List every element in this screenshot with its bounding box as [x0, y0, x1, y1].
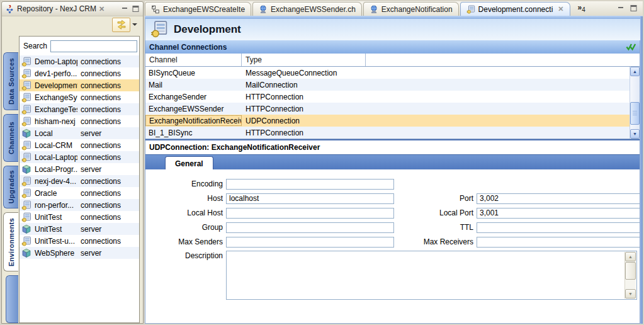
field-ttl[interactable] — [477, 222, 640, 233]
tree-item[interactable]: Local-Progr...server — [20, 163, 139, 175]
tree-item[interactable]: ron-perfor...connections — [20, 199, 139, 211]
tree-item-type: server — [81, 249, 101, 258]
description-scrollbar[interactable]: ▲ ▼ — [624, 252, 636, 299]
tree-item-name: hisham-nexj — [35, 117, 77, 126]
tab-close-icon[interactable]: ✕ — [558, 5, 563, 13]
field-local-port[interactable] — [477, 208, 640, 219]
editor-tab[interactable]: Development.connecti✕ — [460, 2, 570, 16]
server-icon — [21, 128, 31, 139]
tree-item[interactable]: nexj-dev-4...connections — [20, 175, 139, 187]
scrollbar-thumb[interactable] — [625, 262, 636, 280]
tree-item[interactable]: Local-CRMconnections — [20, 139, 139, 151]
scrollbar-thumb[interactable] — [630, 102, 640, 125]
field-group[interactable] — [226, 222, 394, 233]
scroll-down-icon[interactable]: ▼ — [625, 289, 636, 299]
sidebar-tab-upgrades[interactable]: Upgrades — [3, 166, 18, 208]
sidebar-tab-label: Channels — [8, 122, 15, 154]
field-encoding[interactable] — [226, 179, 394, 190]
column-header-type[interactable]: Type — [242, 54, 366, 66]
search-row: Search — [20, 37, 139, 54]
sidebar-tab-channels[interactable]: Channels — [3, 114, 18, 162]
panel-maximize-icon[interactable] — [132, 6, 140, 13]
tree-item[interactable]: ExchangeSyncconnections — [20, 91, 139, 103]
table-row[interactable]: ExchangeSenderHTTPConnection — [145, 91, 640, 103]
form-row: Local Port — [404, 207, 640, 219]
editor-tab[interactable]: ExchangeEWSSender.ch — [252, 2, 362, 16]
field-max-senders[interactable] — [226, 237, 394, 248]
tree-item-name: UnitTest-u... — [35, 237, 77, 246]
field-label-max-senders: Max Senders — [145, 237, 226, 246]
description-field[interactable] — [226, 251, 637, 300]
table-scrollbar[interactable]: ▲ ▼ — [630, 67, 640, 139]
scroll-down-icon[interactable]: ▼ — [630, 129, 640, 139]
form-row: TTL — [404, 222, 640, 233]
metadata-icon — [151, 5, 160, 14]
tree-item-name: dev1-perfo... — [35, 69, 77, 78]
table-body: BISyncQueueMessageQueueConnectionMailMai… — [145, 67, 640, 139]
tree-item[interactable]: ExchangeTestconnections — [20, 103, 139, 115]
description-label: Description — [145, 251, 226, 260]
search-label: Search — [23, 42, 47, 50]
editor-tab-label: Development.connecti — [478, 5, 553, 14]
server-icon — [21, 248, 31, 258]
sync-swap-icon[interactable] — [112, 18, 130, 32]
tree-item[interactable]: UnitTestserver — [20, 223, 139, 235]
detail-tab-bar: General — [145, 154, 640, 169]
search-input[interactable] — [50, 40, 137, 52]
table-row[interactable]: ExchangeNotificationReceiverUDPConnectio… — [145, 115, 640, 127]
tree-item[interactable]: dev1-perfo...connections — [20, 67, 139, 79]
table-row[interactable]: ExchangeEWSSenderHTTPConnection — [145, 103, 640, 115]
repository-panel-titlebar[interactable]: Repository - NexJ CRM ✕ — [2, 2, 143, 16]
cell-channel: ExchangeNotificationReceiver — [145, 115, 242, 126]
column-header-channel[interactable]: Channel — [145, 54, 242, 66]
chevron-down-icon[interactable] — [132, 23, 137, 26]
table-row[interactable]: MailMailConnection — [145, 79, 640, 91]
table-row[interactable]: BI_1_BISyncHTTPConnection — [145, 127, 640, 139]
tree-item-name: ron-perfor... — [35, 201, 77, 210]
tree-item[interactable]: Oracleconnections — [20, 187, 139, 199]
tree-item[interactable]: Developmentconnections — [20, 79, 139, 91]
tree-item-name: nexj-dev-4... — [35, 177, 77, 186]
field-port[interactable] — [477, 193, 640, 204]
sidebar-tab-environments[interactable]: Environments — [3, 212, 18, 271]
form-row: Max Senders — [145, 236, 394, 248]
tree-item[interactable]: hisham-nexjconnections — [20, 115, 139, 127]
tree-item-name: UnitTest — [35, 225, 77, 234]
tree-item[interactable]: Local-Laptopconnections — [20, 151, 139, 163]
form-row: Host — [145, 193, 394, 204]
tab-overflow-indicator[interactable]: »4 — [578, 3, 585, 13]
tree-item-type: connections — [81, 69, 121, 78]
sidebar-tab-label: Upgrades — [8, 170, 15, 203]
field-max-receivers[interactable] — [477, 237, 640, 248]
tree-item[interactable]: Demo-Laptopconnections — [20, 55, 139, 67]
column-header-empty[interactable] — [366, 54, 630, 66]
table-row[interactable]: BISyncQueueMessageQueueConnection — [145, 67, 640, 79]
sidebar-tab-data-sources[interactable]: Data Sources — [3, 52, 18, 110]
tab-general[interactable]: General — [165, 156, 213, 170]
tree-item-type: connections — [81, 141, 121, 150]
editor-tab[interactable]: ExchangeEWSCreateIte — [145, 2, 251, 16]
section-title: Channel Connections — [149, 43, 227, 52]
scroll-up-icon[interactable]: ▲ — [625, 252, 636, 261]
editor-maximize-icon[interactable] — [630, 4, 638, 11]
tree-item[interactable]: Localserver — [20, 127, 139, 139]
editor-area: ExchangeEWSCreateIteExchangeEWSSender.ch… — [145, 1, 643, 324]
tree-item[interactable]: UnitTestconnections — [20, 211, 139, 223]
cell-type: HTTPConnection — [242, 128, 366, 137]
tree-item[interactable]: WebSphereserver — [20, 247, 139, 259]
editor-tab[interactable]: ExchangeNotification — [363, 2, 459, 16]
scroll-up-icon[interactable]: ▲ — [630, 67, 640, 76]
panel-close-icon[interactable]: ✕ — [99, 5, 105, 13]
field-local-host[interactable] — [226, 208, 394, 219]
environments-tree: Demo-Laptopconnectionsdev1-perfo...conne… — [20, 55, 139, 259]
field-label-local-port: Local Port — [404, 208, 477, 217]
cell-type: UDPConnection — [242, 117, 366, 125]
editor-minimize-icon[interactable] — [617, 4, 625, 11]
connections-icon — [21, 105, 31, 115]
panel-minimize-icon[interactable] — [121, 6, 129, 13]
field-label-host: Host — [145, 194, 226, 203]
field-host[interactable] — [226, 193, 394, 204]
double-checkmark-icon — [626, 42, 636, 51]
tree-item-type: connections — [81, 177, 121, 186]
tree-item[interactable]: UnitTest-u...connections — [20, 235, 139, 247]
